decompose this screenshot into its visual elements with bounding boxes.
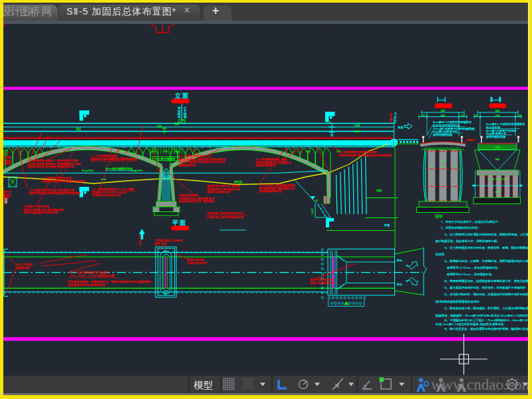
svg-text:www.cndao.com: www.cndao.com [431, 376, 532, 393]
svg-text:模型: 模型 [194, 380, 213, 390]
